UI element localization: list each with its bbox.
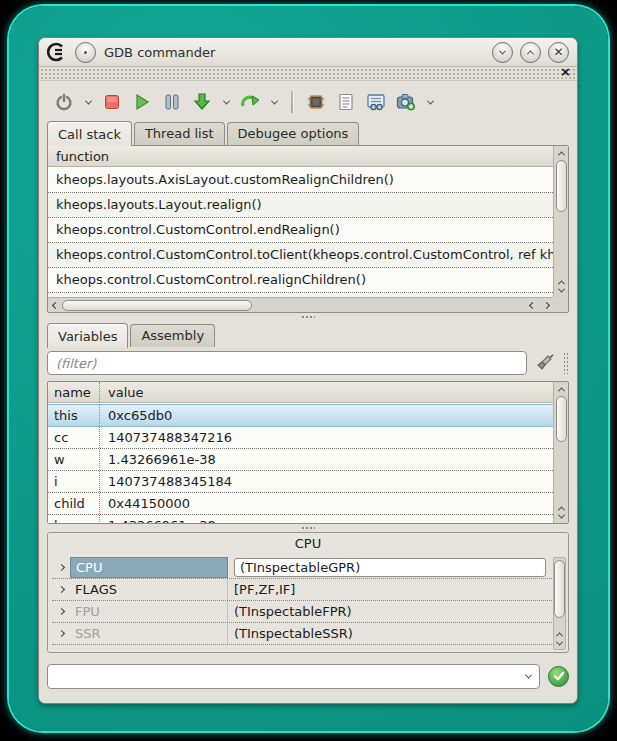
variables-panel: name value this 0xc65db0 cc 140737488347… [47, 381, 569, 524]
window-menu-button[interactable] [75, 42, 96, 63]
call-stack-row[interactable]: kheops.control.CustomControl.toClient(kh… [48, 243, 553, 268]
filter-input[interactable] [47, 351, 527, 375]
pause-button[interactable] [159, 89, 185, 115]
gdb-command-combobox[interactable] [47, 664, 540, 689]
debug-toolbar [47, 85, 569, 119]
scrollbar-thumb[interactable] [62, 300, 252, 311]
call-stack-vertical-scrollbar[interactable] [553, 146, 568, 297]
scroll-down-icon[interactable] [554, 283, 568, 297]
filter-row [47, 349, 569, 377]
stop-icon [104, 94, 120, 110]
cpu-row[interactable]: SSR (TInspectableSSR) [52, 623, 552, 645]
chevron-down-icon[interactable] [525, 671, 532, 678]
add-watch-button[interactable] [393, 89, 419, 115]
tab-assembly[interactable]: Assembly [130, 324, 215, 347]
scroll-left-icon[interactable] [48, 298, 62, 312]
splitter-handle[interactable] [47, 313, 569, 321]
show-log-button[interactable] [333, 89, 359, 115]
tab-thread-list[interactable]: Thread list [134, 122, 225, 145]
scroll-down-icon[interactable] [554, 509, 568, 523]
scroll-up-icon[interactable] [554, 146, 568, 160]
inspector-tabs: Variables Assembly [47, 321, 569, 347]
close-button[interactable]: ✕ [548, 42, 569, 63]
tab-variables[interactable]: Variables [47, 323, 128, 348]
watches-button[interactable] [363, 89, 389, 115]
variable-row[interactable]: i 140737488345184 [48, 471, 553, 493]
call-stack-rows: kheops.layouts.AxisLayout.customRealignC… [48, 168, 553, 297]
chevron-down-icon [84, 97, 91, 104]
cpu-row[interactable]: FLAGS [PF,ZF,IF] [52, 579, 552, 601]
dock-titlebar[interactable]: × [39, 67, 577, 81]
send-command-button[interactable] [548, 666, 569, 687]
register-value-input[interactable] [234, 558, 546, 577]
dock-close-icon[interactable]: × [560, 65, 571, 79]
call-stack-horizontal-scrollbar[interactable] [48, 297, 553, 312]
scrollbar-thumb[interactable] [554, 560, 565, 618]
step-into-menu-button[interactable] [219, 89, 233, 115]
scroll-left-icon[interactable] [525, 298, 539, 312]
variable-row[interactable]: child 0x44150000 [48, 493, 553, 515]
shade-button[interactable] [492, 42, 513, 63]
add-watch-menu-button[interactable] [423, 89, 437, 115]
variable-name: cc [48, 427, 100, 448]
toolbar-grip-icon [563, 352, 569, 374]
scroll-up-icon[interactable] [554, 382, 568, 396]
debugger-tabs: Call stack Thread list Debugee options [47, 119, 569, 145]
call-stack-panel: function kheops.layouts.AxisLayout.custo… [47, 145, 569, 313]
variable-name: child [48, 493, 100, 514]
grip-icon [301, 526, 315, 530]
stop-button[interactable] [99, 89, 125, 115]
scrollbar-thumb[interactable] [556, 396, 567, 442]
cpu-vertical-scrollbar[interactable] [553, 557, 566, 650]
variable-row[interactable]: cc 140737488347216 [48, 427, 553, 449]
check-icon [553, 670, 565, 682]
variable-row[interactable]: h 1.43266961e-38 [48, 515, 553, 523]
column-header-value[interactable]: value [100, 382, 553, 402]
call-stack-row[interactable]: kheops.control.CustomControl.endRealign(… [48, 218, 553, 243]
call-stack-row[interactable]: kheops.layouts.AxisLayout.customRealignC… [48, 168, 553, 193]
power-menu-button[interactable] [81, 89, 95, 115]
variable-value: 1.43266961e-38 [100, 449, 553, 470]
register-group-value[interactable] [228, 558, 552, 577]
chevron-down-icon [499, 47, 506, 54]
tab-debugee-options[interactable]: Debugee options [227, 122, 360, 145]
step-into-button[interactable] [189, 89, 215, 115]
expand-arrow-icon[interactable] [52, 565, 70, 570]
step-over-button[interactable] [237, 89, 263, 115]
variable-value: 0x44150000 [100, 493, 553, 514]
expand-arrow-icon[interactable] [52, 609, 70, 614]
cpu-panel-title: CPU [48, 533, 568, 555]
expand-arrow-icon[interactable] [52, 587, 70, 592]
variables-vertical-scrollbar[interactable] [553, 382, 568, 523]
call-stack-column-header[interactable]: function [48, 146, 568, 167]
register-group-name: FLAGS [70, 579, 228, 600]
column-header-name[interactable]: name [48, 382, 100, 402]
pause-icon [164, 93, 180, 111]
power-button[interactable] [51, 89, 77, 115]
add-watch-icon [396, 93, 416, 111]
cpu-row[interactable]: CPU [52, 557, 552, 579]
watch-list-icon [366, 93, 386, 111]
titlebar[interactable]: GDB commander ✕ [39, 38, 577, 67]
variable-row[interactable]: w 1.43266961e-38 [48, 449, 553, 471]
step-into-icon [192, 92, 212, 112]
variable-name: w [48, 449, 100, 470]
cpu-row[interactable]: FPU (TInspectableFPR) [52, 601, 552, 623]
tab-call-stack[interactable]: Call stack [47, 121, 132, 146]
splitter-handle[interactable] [47, 524, 569, 532]
call-stack-row[interactable]: kheops.layouts.Layout.realign() [48, 193, 553, 218]
variable-row[interactable]: this 0xc65db0 [48, 404, 553, 427]
scrollbar-thumb[interactable] [556, 160, 567, 212]
run-button[interactable] [129, 89, 155, 115]
clear-filter-button[interactable] [533, 351, 557, 375]
scroll-right-icon[interactable] [539, 298, 553, 312]
menu-dot-icon [84, 51, 87, 54]
expand-arrow-icon[interactable] [52, 631, 70, 636]
variables-header[interactable]: name value [48, 382, 553, 403]
step-over-menu-button[interactable] [267, 89, 281, 115]
show-cpu-button[interactable] [303, 89, 329, 115]
maximize-button[interactable] [520, 42, 541, 63]
call-stack-row[interactable]: kheops.control.CustomControl.realignChil… [48, 268, 553, 293]
close-icon: ✕ [553, 46, 563, 58]
variables-rows: this 0xc65db0 cc 140737488347216 w 1.432… [48, 404, 553, 523]
